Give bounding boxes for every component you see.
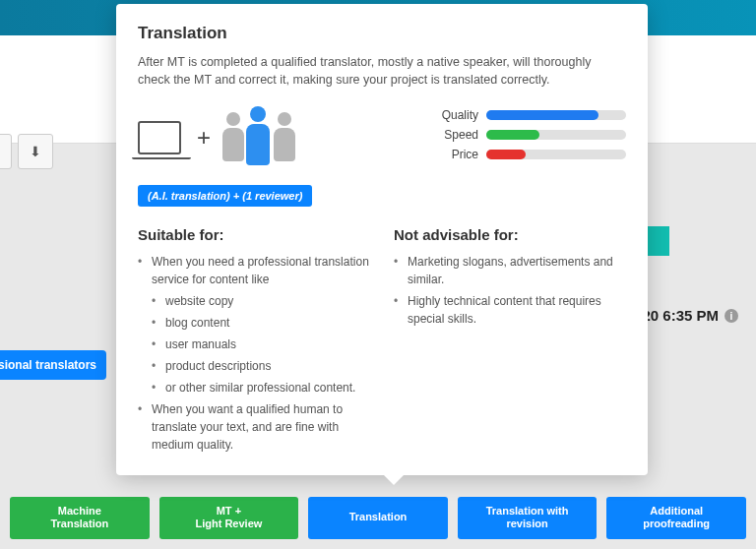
tab-translation-revision[interactable]: Translation withrevision (458, 497, 598, 540)
laptop-icon (138, 121, 181, 154)
plus-icon: + (197, 124, 211, 152)
popover-graphic: + (138, 106, 429, 169)
list-item: user manuals (152, 336, 370, 353)
tab-translation[interactable]: Translation (308, 497, 448, 540)
speed-label: Speed (429, 128, 478, 142)
popover-description: After MT is completed a qualified transl… (138, 53, 626, 89)
list-item: website copy (152, 292, 370, 310)
speed-meter (486, 130, 626, 140)
price-label: Price (429, 148, 478, 161)
list-item: or other similar professional content. (152, 379, 370, 396)
service-tabs: MachineTranslation MT +Light Review Tran… (10, 497, 746, 540)
price-meter (486, 150, 626, 159)
tab-additional-proofreading[interactable]: Additionalproofreading (606, 497, 746, 540)
professional-translators-button[interactable]: sional translators (0, 350, 106, 380)
quality-meter (486, 110, 626, 120)
composition-badge: (A.I. translation) + (1 reviewer) (138, 185, 312, 207)
info-icon[interactable]: i (724, 309, 738, 323)
suitable-title: Suitable for: (138, 226, 370, 243)
small-a-button[interactable]: a (0, 134, 12, 169)
tab-mt-light-review[interactable]: MT +Light Review (159, 497, 299, 540)
tab-machine-translation[interactable]: MachineTranslation (10, 497, 150, 540)
translation-popover: Translation After MT is completed a qual… (116, 4, 648, 475)
popover-title: Translation (138, 24, 626, 43)
list-item: When you need a professional translation… (138, 253, 370, 288)
people-icon (226, 106, 295, 169)
not-advisable-title: Not advisable for: (394, 226, 626, 243)
list-item: blog content (152, 314, 370, 332)
list-item: product descriptions (152, 357, 370, 375)
list-item: Marketing slogans, advertisements and si… (394, 253, 626, 288)
not-advisable-column: Not advisable for: Marketing slogans, ad… (394, 226, 626, 458)
list-item: Highly technical content that requires s… (394, 292, 626, 328)
download-icon[interactable]: ⬇ (18, 134, 53, 169)
suitable-column: Suitable for: When you need a profession… (138, 226, 370, 458)
quality-meters: Quality Speed Price (429, 106, 626, 169)
quality-label: Quality (429, 108, 478, 122)
list-item: When you want a qualified human to trans… (138, 400, 370, 454)
